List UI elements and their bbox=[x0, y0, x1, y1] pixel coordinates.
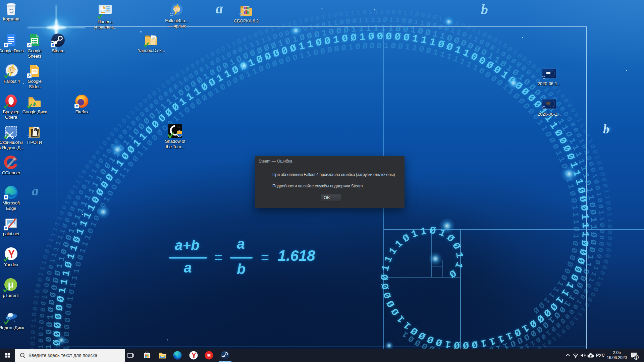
svg-text:a: a bbox=[216, 0, 223, 17]
svg-text:1: 1 bbox=[635, 355, 637, 359]
svg-text:μ: μ bbox=[8, 279, 13, 290]
svg-text:a: a bbox=[32, 183, 39, 198]
svg-text:b: b bbox=[481, 2, 488, 17]
svg-text:Я: Я bbox=[207, 353, 211, 358]
svg-text:a+b: a+b bbox=[175, 237, 200, 253]
svg-text:b: b bbox=[237, 261, 246, 277]
svg-text:=: = bbox=[214, 249, 223, 265]
svg-text:=: = bbox=[261, 249, 269, 265]
svg-text:b: b bbox=[603, 122, 609, 136]
svg-text:a: a bbox=[237, 236, 245, 252]
svg-text:1.618: 1.618 bbox=[278, 247, 315, 264]
svg-text:a: a bbox=[184, 260, 192, 276]
